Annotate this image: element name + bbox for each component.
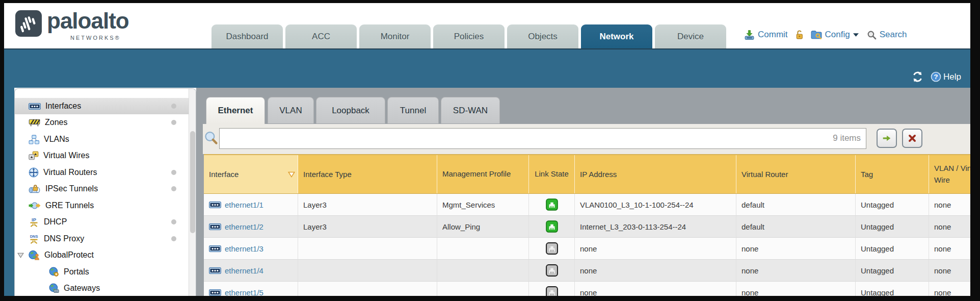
cell-virtual-router: default [736, 194, 856, 216]
item-dot [171, 236, 176, 241]
sidebar-item-portals[interactable]: Portals [15, 264, 196, 280]
cell-virtual-router: none [736, 238, 856, 260]
item-dot [171, 104, 176, 109]
sidebar-scrollbar[interactable] [189, 89, 196, 296]
link-state-down-icon [546, 264, 558, 277]
tab-loopback[interactable]: Loopback [316, 97, 385, 123]
cell-tag: Untagged [856, 282, 929, 296]
col-management-profile[interactable]: Management Profile [437, 155, 529, 193]
ethernet-interface-icon [209, 245, 221, 252]
col-ip-address[interactable]: IP Address [575, 155, 736, 193]
item-dot [171, 186, 176, 191]
expander-icon[interactable] [17, 253, 24, 258]
col-vlan-virtual-wire[interactable]: VLAN / Virtual Wire [929, 155, 970, 193]
dns-proxy-icon [29, 234, 39, 244]
item-dot [171, 120, 176, 125]
sidebar-item-dns-proxy[interactable]: DNS Proxy [15, 231, 196, 247]
filter-input[interactable] [220, 129, 866, 148]
commit-button[interactable]: Commit [758, 30, 788, 40]
tab-objects[interactable]: Objects [507, 24, 578, 48]
interface-link[interactable]: ethernet1/4 [225, 266, 263, 275]
cell-mgmt-profile [437, 238, 529, 260]
col-interface-type[interactable]: Interface Type [298, 155, 437, 193]
top-header: paloalto NETWORKS® Dashboard ACC Monitor… [4, 3, 970, 48]
sidebar-item-ipsec-tunnels[interactable]: IPSec Tunnels [15, 181, 196, 197]
sidebar-item-virtual-wires[interactable]: Virtual Wires [15, 147, 196, 164]
cell-interface-type [298, 238, 437, 260]
sidebar-item-zones[interactable]: Zones [15, 114, 196, 131]
sort-dropdown-icon[interactable] [287, 171, 296, 178]
tab-monitor[interactable]: Monitor [359, 24, 431, 48]
vlans-icon [29, 135, 39, 144]
cell-mgmt-profile: Allow_Ping [437, 216, 529, 238]
tab-dashboard[interactable]: Dashboard [211, 24, 283, 48]
tab-sdwan[interactable]: SD-WAN [441, 97, 500, 123]
help-icon [931, 71, 941, 82]
cell-ip-address: none [575, 260, 736, 282]
sidebar-item-dhcp[interactable]: DHCP [15, 214, 196, 230]
search-button[interactable]: Search [880, 30, 907, 40]
interface-link[interactable]: ethernet1/3 [225, 244, 263, 253]
ethernet-interface-icon [209, 267, 221, 274]
tab-acc[interactable]: ACC [285, 24, 357, 48]
ipsec-tunnels-icon [29, 185, 41, 193]
sidebar-item-vlans[interactable]: VLANs [15, 131, 196, 147]
col-virtual-router[interactable]: Virtual Router [736, 155, 856, 193]
interface-link[interactable]: ethernet1/2 [225, 222, 263, 231]
table-row: ethernet1/1 Layer3 Mgmt_Services VLAN010… [204, 194, 970, 216]
sidebar-item-interfaces[interactable]: Interfaces [15, 98, 196, 114]
globalprotect-icon [29, 250, 40, 260]
header-utilities: Commit Config Search [744, 27, 907, 43]
sidebar-item-virtual-routers[interactable]: Virtual Routers [15, 164, 196, 181]
table-row: ethernet1/3 none none Untagged none [204, 238, 970, 260]
tab-ethernet[interactable]: Ethernet [206, 97, 265, 124]
interface-link[interactable]: ethernet1/5 [225, 288, 263, 296]
cell-interface-type [298, 282, 437, 296]
col-tag[interactable]: Tag [856, 155, 929, 193]
scrollbar-thumb[interactable] [190, 131, 195, 233]
search-icon[interactable] [867, 30, 877, 40]
commit-icon[interactable] [744, 30, 755, 40]
help-link[interactable]: Help [931, 71, 961, 82]
config-button[interactable]: Config [825, 30, 850, 40]
sidebar-left-gutter [4, 88, 14, 296]
gateways-icon [49, 283, 59, 293]
portals-icon [49, 267, 59, 277]
col-interface[interactable]: Interface [204, 155, 298, 193]
tab-tunnel[interactable]: Tunnel [387, 97, 439, 123]
sidebar-item-gre-tunnels[interactable]: GRE Tunnels [15, 197, 196, 214]
interface-link[interactable]: ethernet1/1 [225, 200, 263, 209]
sidebar-item-globalprotect[interactable]: GlobalProtect [15, 247, 196, 263]
tab-device[interactable]: Device [655, 24, 726, 48]
cell-tag: Untagged [856, 194, 929, 216]
apply-filter-button[interactable] [877, 129, 897, 148]
item-dot [171, 170, 176, 175]
filter-magnifier-icon [204, 131, 218, 145]
clear-filter-button[interactable] [902, 129, 922, 148]
interfaces-icon [29, 103, 41, 110]
config-caret-icon[interactable] [853, 33, 859, 37]
cell-vlan-wire: none [929, 282, 970, 296]
panel-divider[interactable] [196, 88, 203, 296]
cell-interface-type: Layer3 [298, 194, 437, 216]
panos-app-window: paloalto NETWORKS® Dashboard ACC Monitor… [4, 3, 970, 296]
filter-toolbar: 9 items [203, 124, 970, 154]
refresh-icon[interactable] [912, 71, 923, 83]
cell-mgmt-profile [437, 260, 529, 282]
cell-ip-address: VLAN0100_L3_10-1-100-254--24 [575, 194, 736, 216]
cell-tag: Untagged [856, 238, 929, 260]
paloalto-logo: paloalto NETWORKS® [15, 7, 133, 45]
cell-vlan-wire: none [929, 238, 970, 260]
cell-interface-type: Layer3 [298, 216, 437, 238]
tab-network[interactable]: Network [581, 24, 652, 48]
tab-policies[interactable]: Policies [433, 24, 505, 48]
config-icon[interactable] [811, 30, 822, 40]
item-dot [171, 219, 176, 224]
lock-icon[interactable] [795, 30, 804, 40]
link-state-down-icon [546, 286, 558, 296]
col-link-state[interactable]: Link State [529, 155, 575, 193]
tab-vlan[interactable]: VLAN [268, 97, 314, 123]
cell-mgmt-profile: Mgmt_Services [437, 194, 529, 216]
cell-virtual-router: none [736, 282, 856, 296]
sidebar-item-partial[interactable] [15, 293, 196, 296]
